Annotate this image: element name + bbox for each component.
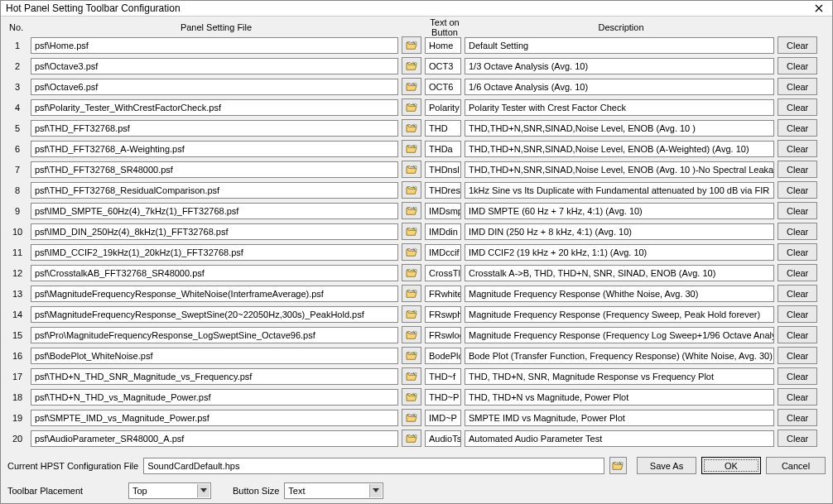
description-input[interactable]: 1/3 Octave Analysis (Avg. 10): [465, 58, 774, 74]
description-input[interactable]: Automated Audio Parameter Test: [465, 430, 774, 447]
panel-setting-file-input[interactable]: psf\IMD_DIN_250Hz(4)_8kHz(1)_FFT32768.ps…: [31, 223, 398, 240]
browse-button[interactable]: [402, 181, 421, 199]
cancel-button[interactable]: Cancel: [766, 457, 826, 474]
description-input[interactable]: IMD CCIF2 (19 kHz + 20 kHz, 1:1) (Avg. 1…: [465, 244, 774, 261]
browse-button[interactable]: [402, 305, 421, 323]
panel-setting-file-input[interactable]: psf\THD_FFT32768_A-Weighting.psf: [31, 141, 398, 157]
description-input[interactable]: THD,THD+N,SNR,SINAD,Noise Level, ENOB (A…: [465, 141, 774, 157]
browse-button[interactable]: [402, 430, 421, 447]
button-text-input[interactable]: THD~P: [425, 389, 461, 406]
toolbar-placement-select[interactable]: Top: [128, 482, 211, 499]
clear-button[interactable]: Clear: [778, 78, 817, 95]
browse-button[interactable]: [402, 388, 421, 406]
description-input[interactable]: 1kHz Sine vs Its Duplicate with Fundamen…: [465, 182, 774, 199]
description-input[interactable]: Crosstalk A->B, THD, THD+N, SNR, SINAD, …: [465, 265, 774, 281]
clear-button[interactable]: Clear: [778, 285, 817, 302]
clear-button[interactable]: Clear: [778, 367, 817, 385]
clear-button[interactable]: Clear: [778, 98, 817, 116]
description-input[interactable]: THD,THD+N,SNR,SINAD,Noise Level, ENOB (A…: [465, 120, 774, 137]
browse-button[interactable]: [402, 264, 421, 281]
button-text-input[interactable]: THDres: [425, 182, 461, 199]
browse-config-button[interactable]: [609, 457, 627, 474]
panel-setting-file-input[interactable]: psf\Polarity_Tester_WithCrestFactorCheck…: [31, 99, 398, 116]
button-text-input[interactable]: Polarity: [425, 99, 461, 116]
button-text-input[interactable]: Home: [425, 37, 461, 54]
panel-setting-file-input[interactable]: psf\THD+N_THD_SNR_Magnitude_vs_Frequency…: [31, 368, 398, 385]
browse-button[interactable]: [402, 98, 421, 116]
browse-button[interactable]: [402, 57, 421, 74]
description-input[interactable]: Magnitude Frequency Response (Frequency …: [465, 327, 774, 343]
button-size-select[interactable]: Text: [284, 482, 383, 499]
clear-button[interactable]: Clear: [778, 388, 817, 406]
browse-button[interactable]: [402, 367, 421, 385]
clear-button[interactable]: Clear: [778, 264, 817, 281]
browse-button[interactable]: [402, 347, 421, 364]
browse-button[interactable]: [402, 202, 421, 219]
clear-button[interactable]: Clear: [778, 161, 817, 178]
description-input[interactable]: Polarity Tester with Crest Factor Check: [465, 99, 774, 116]
panel-setting-file-input[interactable]: psf\IMD_SMPTE_60Hz(4)_7kHz(1)_FFT32768.p…: [31, 203, 398, 219]
panel-setting-file-input[interactable]: psf\CrosstalkAB_FFT32768_SR48000.psf: [31, 265, 398, 281]
clear-button[interactable]: Clear: [778, 430, 817, 447]
description-input[interactable]: THD, THD+N, SNR, Magnitude Response vs F…: [465, 368, 774, 385]
panel-setting-file-input[interactable]: psf\THD_FFT32768_ResidualComparison.psf: [31, 182, 398, 199]
save-as-button[interactable]: Save As: [637, 457, 696, 474]
button-text-input[interactable]: IMD~P: [425, 410, 461, 426]
button-text-input[interactable]: THD: [425, 120, 461, 137]
clear-button[interactable]: Clear: [778, 57, 817, 74]
browse-button[interactable]: [402, 161, 421, 178]
clear-button[interactable]: Clear: [778, 119, 817, 137]
description-input[interactable]: 1/6 Octave Analysis (Avg. 10): [465, 79, 774, 95]
description-input[interactable]: SMPTE IMD vs Magnitude, Power Plot: [465, 410, 774, 426]
panel-setting-file-input[interactable]: psf\Octave6.psf: [31, 79, 398, 95]
clear-button[interactable]: Clear: [778, 347, 817, 364]
clear-button[interactable]: Clear: [778, 202, 817, 219]
description-input[interactable]: Bode Plot (Transfer Function, Frequency …: [465, 348, 774, 364]
button-text-input[interactable]: THDa: [425, 141, 461, 157]
browse-button[interactable]: [402, 140, 421, 157]
description-input[interactable]: THD,THD+N,SNR,SINAD,Noise Level, ENOB (A…: [465, 161, 774, 178]
panel-setting-file-input[interactable]: psf\AudioParameter_SR48000_A.psf: [31, 430, 398, 447]
panel-setting-file-input[interactable]: psf\Octave3.psf: [31, 58, 398, 74]
browse-button[interactable]: [402, 119, 421, 137]
panel-setting-file-input[interactable]: psf\IMD_CCIF2_19kHz(1)_20kHz(1)_FFT32768…: [31, 244, 398, 261]
ok-button[interactable]: OK: [701, 457, 761, 474]
description-input[interactable]: THD, THD+N vs Magnitude, Power Plot: [465, 389, 774, 406]
button-text-input[interactable]: OCT6: [425, 79, 461, 95]
config-file-input[interactable]: SoundCardDefault.hps: [143, 458, 604, 474]
panel-setting-file-input[interactable]: psf\Pro\MagnitudeFrequencyResponse_LogSw…: [31, 327, 398, 343]
description-input[interactable]: Magnitude Frequency Response (Whithe Noi…: [465, 286, 774, 302]
browse-button[interactable]: [402, 326, 421, 343]
description-input[interactable]: Default Setting: [465, 37, 774, 54]
clear-button[interactable]: Clear: [778, 36, 817, 54]
button-text-input[interactable]: FRswph: [425, 306, 461, 323]
browse-button[interactable]: [402, 243, 421, 261]
panel-setting-file-input[interactable]: psf\SMPTE_IMD_vs_Magnitude_Power.psf: [31, 410, 398, 426]
description-input[interactable]: IMD DIN (250 Hz + 8 kHz, 4:1) (Avg. 10): [465, 223, 774, 240]
clear-button[interactable]: Clear: [778, 243, 817, 261]
browse-button[interactable]: [402, 78, 421, 95]
description-input[interactable]: IMD SMPTE (60 Hz + 7 kHz, 4:1) (Avg. 10): [465, 203, 774, 219]
panel-setting-file-input[interactable]: psf\MagnitudeFrequencyResponse_WhiteNois…: [31, 286, 398, 302]
browse-button[interactable]: [402, 223, 421, 240]
button-text-input[interactable]: CrossTlk: [425, 265, 461, 281]
button-text-input[interactable]: BodePlot: [425, 348, 461, 364]
button-text-input[interactable]: THD~f: [425, 368, 461, 385]
panel-setting-file-input[interactable]: psf\THD+N_THD_vs_Magnitude_Power.psf: [31, 389, 398, 406]
clear-button[interactable]: Clear: [778, 409, 817, 426]
panel-setting-file-input[interactable]: psf\MagnitudeFrequencyResponse_SweptSine…: [31, 306, 398, 323]
button-text-input[interactable]: FRwhite: [425, 286, 461, 302]
clear-button[interactable]: Clear: [778, 181, 817, 199]
button-text-input[interactable]: FRswlog: [425, 327, 461, 343]
button-text-input[interactable]: AudioTst: [425, 430, 461, 447]
description-input[interactable]: Magnitude Frequency Response (Frequency …: [465, 306, 774, 323]
clear-button[interactable]: Clear: [778, 326, 817, 343]
clear-button[interactable]: Clear: [778, 140, 817, 157]
browse-button[interactable]: [402, 285, 421, 302]
button-text-input[interactable]: IMDsmp: [425, 203, 461, 219]
clear-button[interactable]: Clear: [778, 223, 817, 240]
close-button[interactable]: [807, 1, 831, 16]
panel-setting-file-input[interactable]: psf\Home.psf: [31, 37, 398, 54]
clear-button[interactable]: Clear: [778, 305, 817, 323]
panel-setting-file-input[interactable]: psf\THD_FFT32768.psf: [31, 120, 398, 137]
